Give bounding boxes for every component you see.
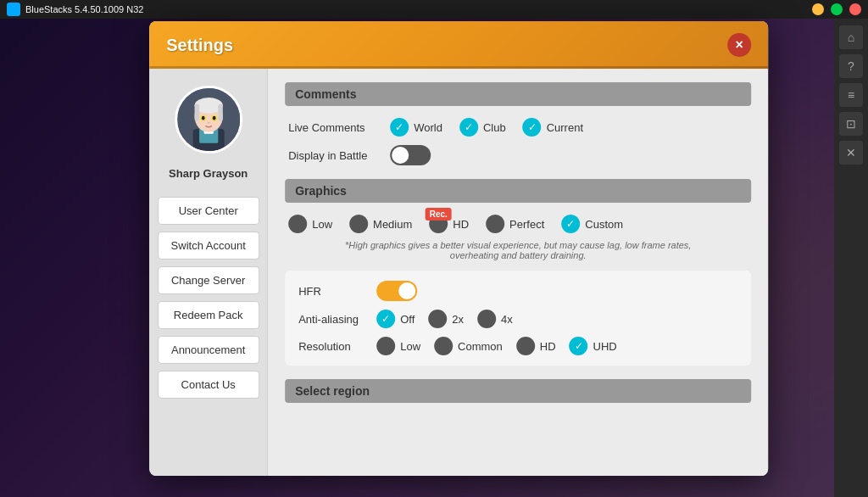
resolution-common-label: Common [458, 340, 503, 353]
quality-options-row: Low Medium Rec. HD Perfect [285, 215, 751, 233]
quality-low-option[interactable]: Low [288, 215, 332, 233]
svg-point-10 [201, 116, 204, 120]
settings-dialog: Settings × [149, 21, 768, 476]
antialiasing-2x-option[interactable]: 2x [428, 310, 464, 328]
quality-perfect-option[interactable]: Perfect [486, 215, 544, 233]
current-check-icon: ✓ [523, 118, 542, 137]
world-check-icon: ✓ [390, 118, 409, 137]
antialiasing-label: Anti-aliasing [298, 313, 366, 326]
hfr-toggle[interactable] [376, 281, 417, 301]
titlebar-version: BlueStacks 5.4.50.1009 N32 [25, 4, 143, 14]
club-label: Club [483, 121, 506, 134]
antialiasing-off-radio [376, 310, 395, 328]
resolution-row: Resolution Low Common [298, 337, 737, 355]
resolution-hd-radio [516, 337, 535, 355]
antialiasing-off-label: Off [400, 313, 415, 326]
live-comments-label: Live Comments [288, 121, 373, 134]
antialiasing-off-option[interactable]: Off [376, 310, 415, 328]
graphics-note: *High graphics gives a better visual exp… [285, 240, 751, 260]
resolution-common-radio [434, 337, 453, 355]
resolution-uhd-radio [570, 337, 588, 355]
svg-rect-6 [194, 104, 199, 121]
redeem-pack-button[interactable]: Redeem Pack [158, 301, 259, 329]
resolution-hd-option[interactable]: HD [516, 337, 556, 355]
hfr-label: HFR [298, 285, 366, 298]
settings-title: Settings [166, 36, 233, 55]
svg-point-11 [212, 116, 215, 120]
live-comments-row: Live Comments ✓ World ✓ Club ✓ Current [285, 118, 751, 137]
resolution-uhd-label: UHD [593, 340, 617, 353]
resolution-label: Resolution [298, 340, 366, 353]
antialiasing-4x-option[interactable]: 4x [477, 310, 513, 328]
antialiasing-options: Off 2x 4x [376, 310, 513, 328]
comments-section: Comments Live Comments ✓ World ✓ Club ✓ [285, 82, 751, 165]
display-battle-toggle[interactable] [390, 145, 431, 165]
settings-close-button[interactable]: × [727, 33, 751, 57]
svg-rect-7 [218, 104, 223, 121]
quality-medium-label: Medium [373, 218, 412, 231]
sidebar-home-icon[interactable]: ⌂ [839, 25, 863, 49]
quality-medium-radio [349, 215, 368, 233]
toggle-knob [392, 147, 409, 164]
quality-low-radio [288, 215, 307, 233]
quality-hd-radio: Rec. [429, 215, 448, 233]
quality-medium-option[interactable]: Medium [349, 215, 412, 233]
antialiasing-2x-label: 2x [452, 313, 464, 326]
sidebar-close-icon[interactable]: ✕ [839, 141, 863, 165]
comments-section-header: Comments [285, 82, 751, 106]
sidebar-menu-icon[interactable]: ≡ [839, 83, 863, 107]
switch-account-button[interactable]: Switch Account [158, 232, 259, 260]
settings-right-panel: Comments Live Comments ✓ World ✓ Club ✓ [268, 69, 768, 476]
avatar [175, 86, 242, 154]
quality-custom-label: Custom [585, 218, 623, 231]
quality-custom-option[interactable]: Custom [561, 215, 623, 233]
titlebar: BlueStacks 5.4.50.1009 N32 [0, 0, 868, 19]
bluestacks-logo [7, 3, 20, 16]
select-region-header: Select region [285, 379, 751, 403]
resolution-low-radio [376, 337, 395, 355]
world-checkbox-item[interactable]: ✓ World [390, 118, 442, 137]
change-server-button[interactable]: Change Server [158, 266, 259, 294]
hfr-toggle-knob [398, 282, 415, 299]
window-controls [812, 3, 861, 15]
current-label: Current [547, 121, 583, 134]
user-center-button[interactable]: User Center [158, 197, 259, 225]
contact-us-button[interactable]: Contact Us [158, 371, 259, 399]
resolution-low-option[interactable]: Low [376, 337, 420, 355]
club-check-icon: ✓ [459, 118, 478, 137]
resolution-common-option[interactable]: Common [434, 337, 503, 355]
resolution-uhd-option[interactable]: UHD [570, 337, 617, 355]
graphics-section: Graphics Low Medium Rec. [285, 179, 751, 366]
rec-badge: Rec. [426, 208, 452, 221]
graphics-section-header: Graphics [285, 179, 751, 203]
resolution-low-label: Low [400, 340, 420, 353]
club-checkbox-item[interactable]: ✓ Club [459, 118, 506, 137]
quality-hd-label: HD [453, 218, 469, 231]
minimize-button[interactable] [812, 3, 824, 15]
quality-perfect-radio [486, 215, 504, 233]
resolution-options: Low Common HD [376, 337, 617, 355]
window-close-button[interactable] [849, 3, 861, 15]
world-label: World [414, 121, 442, 134]
sidebar-help-icon[interactable]: ? [839, 54, 863, 78]
current-checkbox-item[interactable]: ✓ Current [523, 118, 583, 137]
resolution-hd-label: HD [540, 340, 556, 353]
display-battle-row: Display in Battle [285, 145, 751, 165]
antialiasing-4x-radio [477, 310, 496, 328]
hfr-row: HFR [298, 281, 737, 301]
maximize-button[interactable] [831, 3, 843, 15]
quality-hd-option[interactable]: Rec. HD [429, 215, 469, 233]
player-name: Sharp Grayson [169, 167, 248, 180]
quality-perfect-label: Perfect [509, 218, 544, 231]
settings-left-panel: Sharp Grayson User Center Switch Account… [149, 69, 268, 476]
settings-header: Settings × [149, 21, 768, 69]
antialiasing-row: Anti-aliasing Off 2x [298, 310, 737, 328]
sidebar-resize-icon[interactable]: ⊡ [839, 112, 863, 136]
antialiasing-2x-radio [428, 310, 447, 328]
display-battle-label: Display in Battle [288, 149, 373, 162]
announcement-button[interactable]: Announcement [158, 336, 259, 364]
antialiasing-4x-label: 4x [501, 313, 513, 326]
quality-custom-radio [561, 215, 580, 233]
select-region-section: Select region [285, 379, 751, 403]
bluestacks-sidebar: ⌂ ? ≡ ⊡ ✕ [834, 19, 868, 497]
